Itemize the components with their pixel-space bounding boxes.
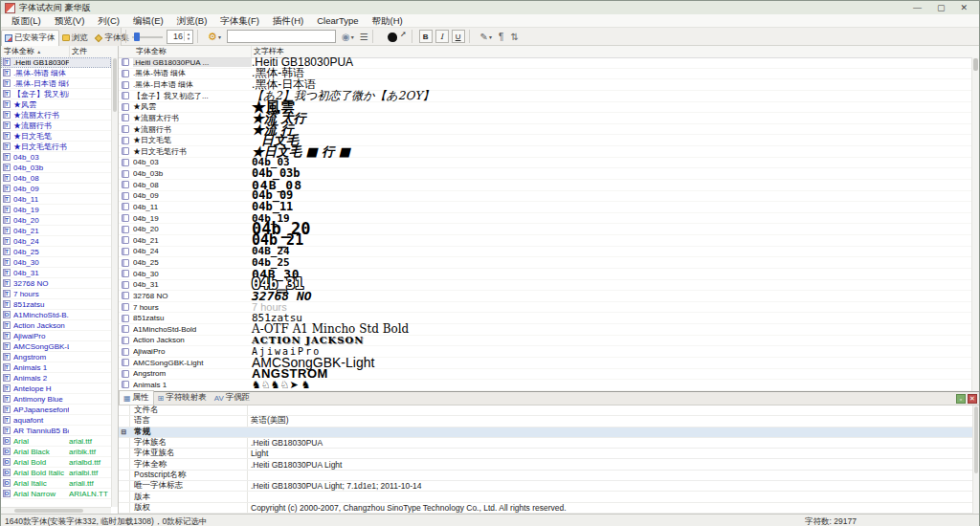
minimize-button[interactable]: — xyxy=(913,2,922,13)
panel-close-button[interactable]: ✕ xyxy=(968,394,977,404)
font-checkbox[interactable] xyxy=(122,125,129,133)
font-checkbox[interactable] xyxy=(122,359,129,366)
table-row[interactable]: 04b_03b 04b_03b xyxy=(119,168,971,180)
font-checkbox[interactable] xyxy=(122,270,129,277)
sidebar-item[interactable]: O A1MinchoStd-B... xyxy=(1,310,111,320)
sidebar-horizontal-scrollbar[interactable] xyxy=(1,507,111,514)
sidebar-item[interactable]: T AR TianniuB5 Bo... xyxy=(1,426,111,436)
sidebar-column-name[interactable]: 字体全称 ▲ xyxy=(1,46,70,57)
font-checkbox[interactable] xyxy=(122,70,129,77)
spin-down-icon[interactable]: ▼ xyxy=(185,36,192,41)
sidebar-item[interactable]: O Arial Bold Italic arialbi.ttf xyxy=(1,468,111,478)
font-checkbox[interactable] xyxy=(122,348,129,356)
table-row[interactable]: .Heiti GB18030PUA ... .Heiti GB18030PUA xyxy=(119,57,971,69)
menu-item[interactable]: 版面(L) xyxy=(5,14,48,27)
font-checkbox[interactable] xyxy=(122,292,129,299)
underline-button[interactable]: U xyxy=(452,30,465,43)
sidebar-item[interactable]: T 04b_20 xyxy=(1,215,111,226)
font-checkbox[interactable] xyxy=(122,214,129,222)
cleartype-ink-icon[interactable]: ➚ xyxy=(385,30,408,44)
font-checkbox[interactable] xyxy=(122,381,129,388)
font-checkbox[interactable] xyxy=(122,203,129,210)
sidebar-item[interactable]: T Animals 1 xyxy=(1,362,111,373)
font-checkbox[interactable] xyxy=(122,370,129,378)
table-row[interactable]: 32768 NO 32768 NO xyxy=(119,291,971,302)
font-checkbox[interactable] xyxy=(122,92,129,99)
table-row[interactable]: 04b_09 04b_09 xyxy=(119,191,971,203)
sidebar-tab[interactable]: 已安装字体 xyxy=(1,30,59,46)
menu-item[interactable]: 插件(H) xyxy=(266,14,310,27)
sidebar-item[interactable]: T 32768 NO xyxy=(1,278,111,289)
panel-restore-button[interactable]: ▫ xyxy=(956,394,966,404)
table-row[interactable]: 04b_11 04b_11 xyxy=(119,202,971,213)
property-row[interactable]: 字体亚族名 Light xyxy=(119,449,972,459)
sidebar-item[interactable]: T 7 hours xyxy=(1,289,111,299)
sidebar-item[interactable]: O Arial Black ariblk.ttf xyxy=(1,447,111,457)
menu-item[interactable]: 浏览(B) xyxy=(170,14,214,27)
sidebar-item[interactable]: T 04b_03 xyxy=(1,152,111,163)
font-checkbox[interactable] xyxy=(122,181,129,188)
font-checkbox[interactable] xyxy=(122,259,129,267)
list-view-icon[interactable]: ☰ xyxy=(360,32,368,42)
sidebar-item[interactable]: T Angstrom xyxy=(1,352,111,362)
font-checkbox[interactable] xyxy=(122,236,129,244)
sort-icon[interactable]: ⇅ xyxy=(510,32,518,42)
font-checkbox[interactable] xyxy=(122,192,129,200)
font-size-slider[interactable] xyxy=(132,33,163,41)
sidebar-item[interactable]: T 【盒子】我又初恋... xyxy=(1,89,111,99)
font-checkbox[interactable] xyxy=(122,325,129,333)
menu-item[interactable]: 预览(V) xyxy=(48,14,92,27)
table-row[interactable]: 04b_24 04B_24 xyxy=(119,247,971,258)
font-checkbox[interactable] xyxy=(122,315,129,322)
sidebar-item[interactable]: T ★流丽太行书 xyxy=(1,110,111,121)
font-checkbox[interactable] xyxy=(122,103,129,111)
sidebar-item[interactable]: O Arial arial.ttf xyxy=(1,436,111,447)
property-row[interactable]: 版本 xyxy=(119,492,972,502)
sidebar-item[interactable]: T APJapanesefont xyxy=(1,405,111,415)
font-checkbox[interactable] xyxy=(122,81,129,89)
font-checkbox[interactable] xyxy=(122,147,129,155)
sidebar-item[interactable]: T 04b_25 xyxy=(1,247,111,257)
sidebar-item[interactable]: T 04b_19 xyxy=(1,205,111,215)
font-checkbox[interactable] xyxy=(122,248,129,255)
menu-item[interactable]: 编辑(E) xyxy=(126,14,170,27)
column-font-name[interactable]: 字体全称 xyxy=(119,46,252,57)
sidebar-item[interactable]: O Arial Bold arialbd.ttf xyxy=(1,457,111,468)
table-row[interactable]: 04b_19 04b_19 xyxy=(119,213,971,225)
italic-button[interactable]: I xyxy=(435,30,449,43)
sidebar-item[interactable]: T AMCSongGBK-Li... xyxy=(1,341,111,352)
render-mode-caret[interactable]: ▾ xyxy=(351,33,354,40)
sidebar-item[interactable]: T .Heiti GB18030P... xyxy=(1,57,111,68)
property-row[interactable]: 唯一字体标志 .Heiti GB18030PUA Light; 7.1d1e1;… xyxy=(119,481,972,492)
table-row[interactable]: 04b_31 04b_31 xyxy=(119,280,971,292)
sidebar-item[interactable]: T Antimony Blue xyxy=(1,394,111,405)
table-row[interactable]: Animals 1 ♞♘♞♘➤ ♞ xyxy=(119,380,971,391)
menu-item[interactable]: 帮助(H) xyxy=(366,14,410,27)
sidebar-item[interactable]: T 04b_09 xyxy=(1,184,111,194)
property-row[interactable]: Postscript名称 xyxy=(119,471,972,481)
table-row[interactable]: 851zatsu 851zatsu xyxy=(119,313,971,324)
table-row[interactable]: AMCSongGBK-Light AMCSongGBK-Light xyxy=(119,358,971,369)
paragraph-icon[interactable]: ¶ xyxy=(499,32,503,42)
stamp-icon[interactable]: ✎ xyxy=(480,32,488,42)
table-row[interactable]: AjiwaiPro AjiwaiPro xyxy=(119,346,971,358)
main-vertical-scrollbar[interactable] xyxy=(971,57,979,391)
menu-item[interactable]: ClearType xyxy=(310,14,365,27)
table-row[interactable]: ★日文毛笔行书 ★日文毛 ■ 行 ■ xyxy=(119,146,971,158)
font-checkbox[interactable] xyxy=(122,226,129,233)
sidebar-item[interactable]: T 04b_31 xyxy=(1,268,111,278)
slider-thumb[interactable] xyxy=(134,33,140,41)
table-row[interactable]: 04b_30 04B_30 xyxy=(119,269,971,280)
render-mode-icon[interactable]: ◉ xyxy=(342,32,350,42)
sidebar-item[interactable]: T aquafont xyxy=(1,415,111,426)
property-row[interactable]: 字体族名 .Heiti GB18030PUA xyxy=(119,438,972,449)
property-row[interactable]: 语言 英语(美国) xyxy=(119,416,972,427)
sidebar-item[interactable]: T .黑体-韩语 细体 xyxy=(1,68,111,78)
menu-item[interactable]: 字体集(F) xyxy=(213,14,266,27)
sidebar-item[interactable]: O Arial Narrow ARIALN.TT xyxy=(1,489,111,499)
table-row[interactable]: Angstrom ANGSTROM xyxy=(119,369,971,381)
stamp-caret[interactable]: ▾ xyxy=(489,33,492,40)
sample-text-input[interactable] xyxy=(227,30,336,43)
sidebar-item[interactable]: T ★日文毛笔 xyxy=(1,131,111,142)
gear-dropdown-caret[interactable]: ▾ xyxy=(218,33,221,40)
